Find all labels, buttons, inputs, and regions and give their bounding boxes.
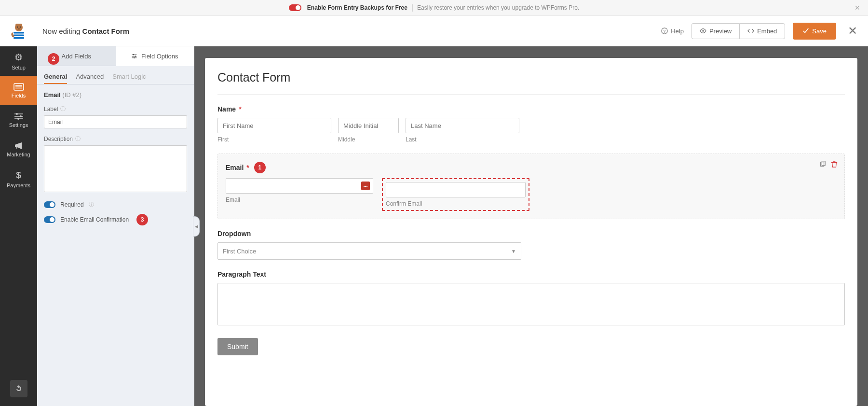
nav-payments[interactable]: $ Payments	[0, 164, 37, 194]
dollar-icon: $	[16, 170, 21, 181]
collapse-panel-button[interactable]: ◀	[193, 216, 200, 237]
dropdown-select[interactable]: First Choice ▼	[217, 242, 521, 260]
password-manager-icon[interactable]: •••	[361, 182, 370, 190]
eye-icon	[700, 28, 706, 34]
required-asterisk: *	[239, 105, 241, 113]
nav-setup[interactable]: ⚙ Setup	[0, 46, 37, 76]
help-icon[interactable]: ⓘ	[75, 135, 81, 142]
description-label: Description ⓘ	[44, 135, 187, 142]
gear-icon: ⚙	[14, 52, 23, 63]
code-icon	[747, 28, 754, 34]
field-name[interactable]: Name * First Middle Last	[217, 105, 845, 143]
revert-icon	[15, 385, 23, 392]
badge-1: 1	[254, 162, 266, 173]
section-title: Email (ID #2)	[44, 91, 187, 98]
svg-point-3	[17, 27, 18, 28]
close-builder-icon[interactable]: ✕	[846, 24, 859, 38]
required-toggle[interactable]	[44, 201, 55, 208]
chevron-down-icon: ▼	[511, 249, 516, 254]
header-bar: Now editing Contact Form ? Help Preview …	[0, 16, 868, 46]
trash-icon[interactable]	[831, 161, 838, 168]
svg-point-2	[19, 24, 22, 27]
svg-rect-8	[14, 37, 24, 39]
subtab-general[interactable]: General	[44, 70, 67, 84]
svg-point-4	[20, 27, 21, 28]
form-preview: Contact Form Name * First Middle	[205, 58, 857, 406]
wpforms-logo	[9, 21, 29, 41]
duplicate-icon[interactable]	[819, 161, 826, 168]
svg-rect-7	[14, 34, 24, 36]
sliders-icon	[131, 53, 137, 59]
svg-point-17	[16, 113, 18, 115]
label-input[interactable]	[44, 115, 187, 128]
badge-3: 3	[136, 214, 148, 225]
nav-marketing[interactable]: Marketing	[0, 135, 37, 164]
sidebar-nav: ⚙ Setup Fields Settings Marketing $ Paym…	[0, 46, 37, 406]
email-confirmation-toggle[interactable]	[44, 216, 55, 223]
svg-point-27	[134, 57, 135, 58]
check-icon	[802, 28, 809, 34]
svg-point-25	[135, 56, 136, 57]
help-icon[interactable]: ⓘ	[60, 105, 66, 112]
editing-label: Now editing Contact Form	[42, 27, 129, 35]
tab-field-options[interactable]: Field Options	[116, 46, 194, 66]
form-icon	[14, 83, 24, 91]
field-paragraph[interactable]: Paragraph Text	[217, 270, 845, 327]
field-email[interactable]: Email * 1 •••	[217, 154, 845, 219]
last-name-input[interactable]	[406, 118, 519, 133]
required-asterisk: *	[246, 164, 249, 171]
canvas: Contact Form Name * First Middle	[194, 46, 868, 406]
header-button-group: Preview Embed	[692, 23, 785, 39]
nav-fields[interactable]: Fields	[0, 76, 37, 105]
close-icon[interactable]: ✕	[854, 4, 860, 12]
help-icon: ?	[661, 28, 668, 34]
paragraph-textarea[interactable]	[217, 283, 845, 325]
subtab-smart-logic: Smart Logic	[112, 70, 146, 84]
badge-2: 2	[48, 53, 59, 65]
field-dropdown[interactable]: Dropdown First Choice ▼	[217, 230, 845, 260]
label-label: Label ⓘ	[44, 105, 187, 112]
banner-sub-text: Easily restore your entries when you upg…	[417, 4, 579, 11]
help-link[interactable]: ? Help	[661, 28, 684, 35]
svg-text:?: ?	[664, 29, 666, 34]
help-icon[interactable]: ⓘ	[89, 201, 94, 208]
svg-point-1	[15, 24, 18, 27]
preview-button[interactable]: Preview	[692, 23, 739, 39]
banner-toggle[interactable]	[289, 4, 301, 11]
sliders-icon	[14, 112, 24, 120]
email-input[interactable]	[226, 178, 373, 194]
svg-point-11	[702, 30, 704, 32]
svg-rect-6	[14, 32, 24, 34]
banner-bold-text: Enable Form Entry Backups for Free	[307, 4, 407, 11]
subtab-advanced[interactable]: Advanced	[76, 70, 104, 84]
save-button[interactable]: Save	[793, 23, 836, 40]
required-toggle-label: Required	[60, 201, 84, 208]
description-textarea[interactable]	[44, 145, 187, 192]
bullhorn-icon	[14, 142, 24, 150]
nav-settings[interactable]: Settings	[0, 105, 37, 135]
options-panel: Add Fields 2 Field Options General Advan…	[37, 46, 194, 406]
email-confirmation-label: Enable Email Confirmation	[60, 216, 129, 223]
revert-button[interactable]	[10, 380, 27, 397]
middle-initial-input[interactable]	[338, 118, 399, 133]
svg-point-21	[17, 118, 19, 120]
form-title: Contact Form	[217, 70, 845, 95]
first-name-input[interactable]	[217, 118, 331, 133]
tab-add-fields[interactable]: Add Fields 2	[37, 46, 116, 66]
svg-point-23	[133, 54, 135, 56]
embed-button[interactable]: Embed	[739, 23, 785, 39]
confirm-email-input[interactable]	[386, 182, 526, 197]
promo-banner: Enable Form Entry Backups for Free | Eas…	[0, 0, 868, 16]
svg-point-19	[20, 115, 22, 117]
svg-point-5	[18, 28, 20, 30]
submit-button[interactable]: Submit	[217, 338, 258, 355]
